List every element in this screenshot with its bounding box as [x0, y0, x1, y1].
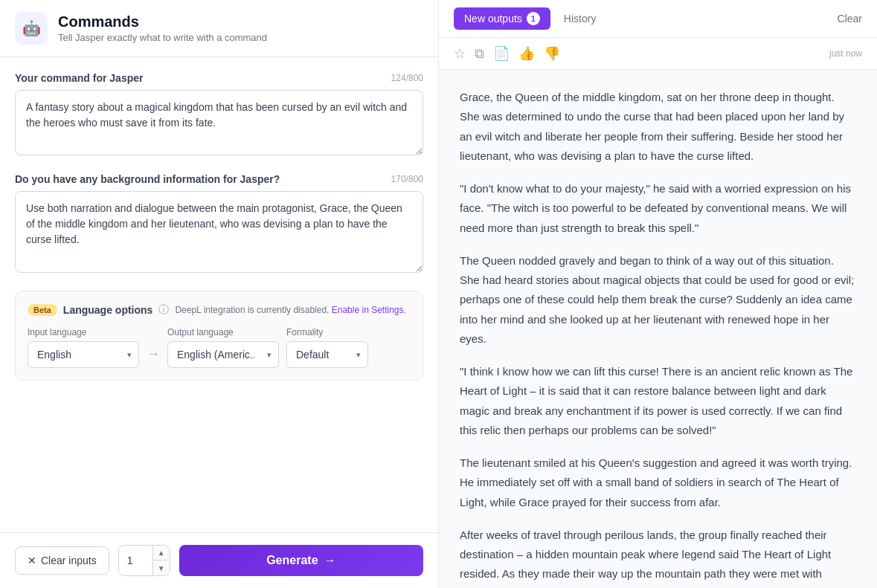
output-content: Grace, the Queen of the middle kingdom, …	[439, 70, 877, 588]
beta-badge: Beta	[28, 304, 57, 316]
output-paragraph-2: "I don't know what to do your majesty," …	[460, 179, 856, 238]
copy-icon[interactable]: ⧉	[475, 46, 484, 62]
output-paragraph-4: "I think I know how we can lift this cur…	[460, 362, 856, 440]
lang-selectors: Input language English Spanish French Ge…	[28, 327, 411, 368]
quantity-wrapper: ▲ ▼	[118, 545, 170, 576]
language-options-box: Beta Language options ⓘ DeepL integratio…	[15, 291, 423, 381]
formality-select[interactable]: Default Formal Informal	[286, 341, 368, 368]
formality-group: Formality Default Formal Informal ▾	[286, 327, 368, 368]
formality-select-wrapper: Default Formal Informal ▾	[286, 341, 368, 368]
page-title: Commands	[58, 13, 267, 30]
info-icon[interactable]: ⓘ	[158, 303, 169, 317]
deepl-notice: DeepL integration is currently disabled.…	[175, 305, 405, 315]
clear-inputs-button[interactable]: ✕ Clear inputs	[15, 546, 109, 575]
output-toolbar: ☆ ⧉ 📄 👍 👎 just now	[439, 38, 877, 70]
output-language-select[interactable]: English (Americ... English (British) Spa…	[167, 341, 279, 368]
output-paragraph-6: After weeks of travel through perilous l…	[460, 526, 856, 584]
input-language-label: Input language	[28, 327, 139, 337]
quantity-down-button[interactable]: ▼	[153, 560, 170, 575]
command-textarea[interactable]: A fantasy story about a magical kingdom …	[15, 90, 423, 155]
output-text: Grace, the Queen of the middle kingdom, …	[460, 88, 856, 584]
left-panel: 🤖 Commands Tell Jasper exactly what to w…	[0, 0, 439, 588]
output-paragraph-5: The lieutenant smiled at his Queen's sug…	[460, 453, 856, 512]
header-text: Commands Tell Jasper exactly what to wri…	[58, 13, 267, 43]
output-language-label: Output language	[167, 327, 279, 337]
lang-options-title: Language options	[63, 304, 153, 316]
bottom-bar: ✕ Clear inputs ▲ ▼ Generate →	[0, 532, 438, 588]
right-panel: New outputs 1 History Clear ☆ ⧉ 📄 👍 👎 ju…	[439, 0, 877, 588]
output-actions: ☆ ⧉ 📄 👍 👎	[454, 45, 560, 62]
thumbs-down-icon[interactable]: 👎	[544, 45, 560, 62]
clear-output-button[interactable]: Clear	[838, 13, 862, 25]
output-paragraph-1: Grace, the Queen of the middle kingdom, …	[460, 88, 856, 166]
quantity-spinners: ▲ ▼	[152, 546, 170, 575]
input-language-group: Input language English Spanish French Ge…	[28, 327, 139, 368]
output-paragraph-3: The Queen nodded gravely and began to th…	[460, 251, 856, 349]
command-field-header: Your command for Jasper 124/800	[15, 72, 423, 84]
tab-new-outputs-badge: 1	[527, 12, 540, 25]
background-textarea[interactable]: Use both narration and dialogue between …	[15, 191, 423, 273]
lang-options-header: Beta Language options ⓘ DeepL integratio…	[28, 303, 411, 317]
generate-arrow-icon: →	[324, 554, 336, 567]
input-language-select[interactable]: English Spanish French German	[28, 341, 139, 368]
tab-new-outputs-label: New outputs	[464, 13, 522, 25]
clear-inputs-label: Clear inputs	[41, 555, 97, 566]
tab-history-label: History	[564, 13, 597, 25]
tab-history[interactable]: History	[553, 7, 607, 30]
quantity-input[interactable]	[119, 547, 152, 574]
enable-settings-link[interactable]: Enable in Settings.	[332, 305, 406, 315]
output-timestamp: just now	[829, 48, 862, 59]
form-area: Your command for Jasper 124/800 A fantas…	[0, 57, 438, 532]
star-icon[interactable]: ☆	[454, 45, 466, 62]
right-header: New outputs 1 History Clear	[439, 0, 877, 38]
page-subtitle: Tell Jasper exactly what to write with a…	[58, 32, 267, 43]
tabs: New outputs 1 History	[454, 7, 606, 30]
formality-label: Formality	[286, 327, 368, 337]
clear-inputs-x-icon: ✕	[28, 555, 36, 566]
quantity-up-button[interactable]: ▲	[153, 546, 170, 560]
background-section: Do you have any background information f…	[15, 173, 423, 276]
header: 🤖 Commands Tell Jasper exactly what to w…	[0, 0, 438, 57]
background-label: Do you have any background information f…	[15, 173, 280, 185]
background-field-header: Do you have any background information f…	[15, 173, 423, 185]
command-section: Your command for Jasper 124/800 A fantas…	[15, 72, 423, 158]
command-label: Your command for Jasper	[15, 72, 143, 84]
commands-icon: 🤖	[15, 12, 48, 45]
tab-new-outputs[interactable]: New outputs 1	[454, 7, 550, 30]
thumbs-up-icon[interactable]: 👍	[518, 45, 535, 62]
input-language-select-wrapper: English Spanish French German ▾	[28, 341, 139, 368]
output-language-select-wrapper: English (Americ... English (British) Spa…	[167, 341, 279, 368]
generate-label: Generate	[266, 554, 318, 567]
generate-button[interactable]: Generate →	[179, 545, 423, 576]
command-char-count: 124/800	[391, 73, 423, 83]
output-language-group: Output language English (Americ... Engli…	[167, 327, 279, 368]
arrow-right-icon: →	[147, 346, 160, 368]
document-icon[interactable]: 📄	[493, 45, 510, 62]
background-char-count: 170/800	[391, 174, 423, 184]
